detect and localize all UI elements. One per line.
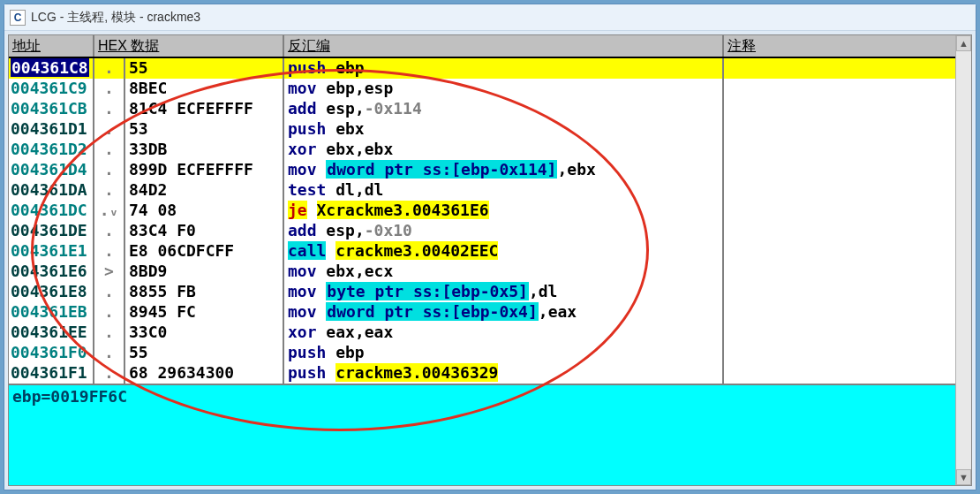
mark-cell: . bbox=[94, 282, 125, 302]
address-cell: 004361D4 bbox=[9, 160, 94, 180]
comment-cell[interactable] bbox=[724, 201, 971, 221]
address-cell: 004361DC bbox=[9, 201, 94, 221]
address-cell: 004361E6 bbox=[9, 262, 94, 282]
asm-row[interactable]: 004361CB.81C4 ECFEFFFFadd esp,-0x114 bbox=[9, 99, 971, 119]
address-cell: 004361DA bbox=[9, 180, 94, 201]
hex-cell: 33C0 bbox=[125, 323, 284, 343]
asm-row[interactable]: 004361DA.84D2test dl,dl bbox=[9, 180, 971, 201]
asm-row[interactable]: 004361F0.55push ebp bbox=[9, 343, 971, 363]
comment-cell[interactable] bbox=[724, 282, 971, 302]
disasm-cell: push crackme3.00436329 bbox=[284, 363, 724, 384]
mark-cell: . bbox=[94, 58, 125, 79]
hex-cell: 84D2 bbox=[125, 180, 284, 201]
address-cell: 004361C9 bbox=[9, 79, 94, 99]
address-cell: 004361F1 bbox=[9, 363, 94, 384]
client-area: 地址 HEX 数据 反汇编 注释 004361C8.55push ebp0043… bbox=[4, 31, 976, 490]
scroll-up-arrow[interactable]: ▲ bbox=[956, 35, 971, 51]
header-address[interactable]: 地址 bbox=[9, 35, 94, 57]
header-disasm[interactable]: 反汇编 bbox=[284, 35, 724, 57]
column-headers: 地址 HEX 数据 反汇编 注释 bbox=[9, 35, 971, 58]
disasm-cell: je Xcrackme3.004361E6 bbox=[284, 201, 724, 221]
address-cell: 004361EB bbox=[9, 302, 94, 323]
asm-row[interactable]: 004361D2.33DBxor ebx,ebx bbox=[9, 140, 971, 160]
address-cell: 004361D1 bbox=[9, 119, 94, 140]
asm-row[interactable]: 004361EB.8945 FCmov dword ptr ss:[ebp-0x… bbox=[9, 302, 971, 323]
mark-cell: . bbox=[94, 221, 125, 241]
disassembly-rows[interactable]: 004361C8.55push ebp004361C9.8BECmov ebp,… bbox=[9, 58, 971, 384]
asm-row[interactable]: 004361F1.68 29634300push crackme3.004363… bbox=[9, 363, 971, 384]
comment-cell[interactable] bbox=[724, 160, 971, 180]
mark-cell: . bbox=[94, 241, 125, 262]
address-cell: 004361E1 bbox=[9, 241, 94, 262]
asm-row[interactable]: 004361DC.ᵥ74 08je Xcrackme3.004361E6 bbox=[9, 201, 971, 221]
mark-cell: . bbox=[94, 99, 125, 119]
disasm-cell: push ebx bbox=[284, 119, 724, 140]
titlebar[interactable]: C LCG - 主线程, 模块 - crackme3 bbox=[4, 4, 976, 31]
comment-cell[interactable] bbox=[724, 302, 971, 323]
asm-row[interactable]: 004361D4.899D ECFEFFFFmov dword ptr ss:[… bbox=[9, 160, 971, 180]
asm-row[interactable]: 004361E1.E8 06CDFCFFcall crackme3.00402E… bbox=[9, 241, 971, 262]
comment-cell[interactable] bbox=[724, 119, 971, 140]
disasm-cell: xor eax,eax bbox=[284, 323, 724, 343]
address-cell: 004361C8 bbox=[9, 58, 94, 79]
mark-cell: . bbox=[94, 343, 125, 363]
address-cell: 004361CB bbox=[9, 99, 94, 119]
app-window: C LCG - 主线程, 模块 - crackme3 地址 HEX 数据 反汇编… bbox=[4, 4, 976, 490]
hex-cell: 8945 FC bbox=[125, 302, 284, 323]
hex-cell: 68 29634300 bbox=[125, 363, 284, 384]
mark-cell: . bbox=[94, 180, 125, 201]
asm-row[interactable]: 004361DE.83C4 F0add esp,-0x10 bbox=[9, 221, 971, 241]
address-cell: 004361EE bbox=[9, 323, 94, 343]
comment-cell[interactable] bbox=[724, 99, 971, 119]
scroll-down-arrow[interactable]: ▼ bbox=[956, 469, 971, 485]
hex-cell: E8 06CDFCFF bbox=[125, 241, 284, 262]
comment-cell[interactable] bbox=[724, 343, 971, 363]
header-hex[interactable]: HEX 数据 bbox=[94, 35, 284, 57]
hex-cell: 8855 FB bbox=[125, 282, 284, 302]
info-panel[interactable]: ebp=0019FF6C bbox=[9, 384, 971, 485]
comment-cell[interactable] bbox=[724, 241, 971, 262]
asm-row[interactable]: 004361C8.55push ebp bbox=[9, 58, 971, 79]
address-cell: 004361F0 bbox=[9, 343, 94, 363]
disasm-cell: mov dword ptr ss:[ebp-0x114],ebx bbox=[284, 160, 724, 180]
hex-cell: 83C4 F0 bbox=[125, 221, 284, 241]
disasm-cell: xor ebx,ebx bbox=[284, 140, 724, 160]
hex-cell: 8BEC bbox=[125, 79, 284, 99]
asm-row[interactable]: 004361D1.53push ebx bbox=[9, 119, 971, 140]
hex-cell: 55 bbox=[125, 58, 284, 79]
hex-cell: 55 bbox=[125, 343, 284, 363]
disasm-cell: mov byte ptr ss:[ebp-0x5],dl bbox=[284, 282, 724, 302]
comment-cell[interactable] bbox=[724, 363, 971, 384]
comment-cell[interactable] bbox=[724, 79, 971, 99]
hex-cell: 899D ECFEFFFF bbox=[125, 160, 284, 180]
disasm-cell: push ebp bbox=[284, 58, 724, 79]
mark-cell: . bbox=[94, 160, 125, 180]
mark-cell: . bbox=[94, 119, 125, 140]
asm-row[interactable]: 004361EE.33C0xor eax,eax bbox=[9, 323, 971, 343]
hex-cell: 33DB bbox=[125, 140, 284, 160]
mark-cell: . bbox=[94, 363, 125, 384]
comment-cell[interactable] bbox=[724, 262, 971, 282]
comment-cell[interactable] bbox=[724, 140, 971, 160]
vertical-scrollbar[interactable]: ▲ ▼ bbox=[955, 35, 971, 485]
comment-cell[interactable] bbox=[724, 323, 971, 343]
disasm-cell: mov dword ptr ss:[ebp-0x4],eax bbox=[284, 302, 724, 323]
comment-cell[interactable] bbox=[724, 221, 971, 241]
asm-row[interactable]: 004361E8.8855 FBmov byte ptr ss:[ebp-0x5… bbox=[9, 282, 971, 302]
hex-cell: 8BD9 bbox=[125, 262, 284, 282]
comment-cell[interactable] bbox=[724, 58, 971, 79]
address-cell: 004361E8 bbox=[9, 282, 94, 302]
hex-cell: 74 08 bbox=[125, 201, 284, 221]
disasm-cell: push ebp bbox=[284, 343, 724, 363]
header-comment[interactable]: 注释 bbox=[724, 35, 971, 57]
asm-row[interactable]: 004361C9.8BECmov ebp,esp bbox=[9, 79, 971, 99]
disasm-cell: add esp,-0x10 bbox=[284, 221, 724, 241]
disasm-cell: add esp,-0x114 bbox=[284, 99, 724, 119]
comment-cell[interactable] bbox=[724, 180, 971, 201]
mark-cell: . bbox=[94, 79, 125, 99]
mark-cell: . bbox=[94, 140, 125, 160]
disasm-cell: call crackme3.00402EEC bbox=[284, 241, 724, 262]
disassembly-panel: 地址 HEX 数据 反汇编 注释 004361C8.55push ebp0043… bbox=[8, 34, 972, 486]
asm-row[interactable]: 004361E6>8BD9mov ebx,ecx bbox=[9, 262, 971, 282]
window-title: LCG - 主线程, 模块 - crackme3 bbox=[31, 10, 200, 26]
